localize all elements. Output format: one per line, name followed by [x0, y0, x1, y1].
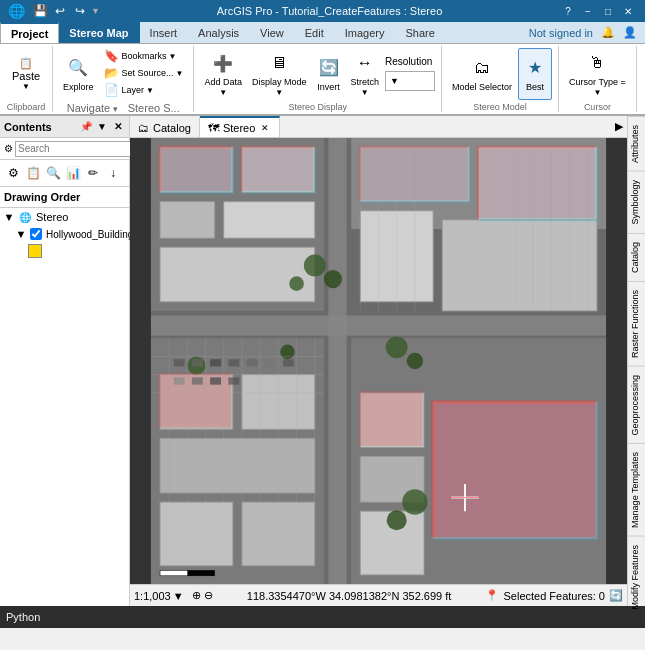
display-mode-arrow[interactable]: ▼: [275, 88, 283, 97]
stretch-arrow[interactable]: ▼: [361, 88, 369, 97]
arrow-icon[interactable]: ↓: [104, 164, 122, 182]
sidebar-tab-catalog[interactable]: Catalog: [628, 233, 645, 281]
cursor-arrow[interactable]: ▼: [593, 88, 601, 97]
maximize-button[interactable]: □: [599, 2, 617, 20]
sidebar-tab-modify[interactable]: Modify Features: [628, 536, 645, 618]
paste-dropdown[interactable]: ▼: [22, 82, 30, 91]
paste-button[interactable]: 📋 Paste ▼: [6, 48, 46, 100]
invert-label: Invert: [317, 82, 340, 93]
window-controls: ? − □ ✕: [559, 2, 637, 20]
add-data-arrow[interactable]: ▼: [219, 88, 227, 97]
model-selector-button[interactable]: 🗂 Model Selector: [448, 48, 516, 100]
tab-share[interactable]: Share: [395, 22, 445, 43]
pin-icon[interactable]: 📌: [79, 120, 93, 134]
layer-expand-stereo[interactable]: ▼: [4, 211, 14, 223]
invert-button[interactable]: 🔄 Invert: [313, 48, 345, 100]
minimize-button[interactable]: −: [579, 2, 597, 20]
panel-close-icon[interactable]: ✕: [111, 120, 125, 134]
cursor-type-button[interactable]: 🖱 Cursor Type = ▼: [565, 48, 630, 100]
sidebar-tab-raster[interactable]: Raster Functions: [628, 281, 645, 366]
panel-menu-icon[interactable]: ▼: [95, 120, 109, 134]
not-signed-in[interactable]: Not signed in: [529, 27, 593, 39]
layer-item-buildings[interactable]: ▼ Hollywood_Buildings_C...: [0, 226, 129, 242]
scale-selector[interactable]: 1:1,003 ▼: [134, 590, 184, 602]
navigate-expand[interactable]: ▾: [113, 104, 118, 114]
browse-icon[interactable]: 🔍: [44, 164, 62, 182]
clipboard-group: 📋 Paste ▼ Clipboard: [0, 46, 53, 112]
set-source-button[interactable]: 📂 Set Source... ▼: [100, 65, 188, 81]
ribbon-right: Not signed in 🔔 👤: [521, 22, 645, 43]
stretch-button[interactable]: ↔ Stretch ▼: [347, 48, 384, 100]
tab-stereo-map[interactable]: Stereo Map: [59, 22, 139, 43]
dropdown-arrow[interactable]: ▼: [91, 6, 100, 16]
search-input[interactable]: [15, 141, 148, 157]
close-button[interactable]: ✕: [619, 2, 637, 20]
bell-icon[interactable]: 🔔: [601, 26, 615, 39]
scale-value: 1:1,003: [134, 590, 171, 602]
model-selector-icon: 🗂: [470, 56, 494, 80]
best-icon: ★: [523, 56, 547, 80]
help-button[interactable]: ?: [559, 2, 577, 20]
refresh-icon[interactable]: 🔄: [609, 589, 623, 602]
paste-icon: 📋: [19, 57, 33, 70]
clipboard-label: Clipboard: [7, 102, 46, 112]
python-bar: Python: [0, 606, 645, 628]
explore-icon: 🔍: [66, 56, 90, 80]
map-tab-stereo[interactable]: 🗺 Stereo ✕: [200, 116, 280, 137]
svg-rect-65: [244, 149, 317, 195]
search-bar: ⚙ 🔍: [0, 138, 129, 160]
resolution-dropdown[interactable]: ▼: [390, 76, 399, 86]
display-mode-icon: 🖥: [267, 51, 291, 75]
resolution-input[interactable]: ▼: [385, 71, 435, 91]
tab-analysis[interactable]: Analysis: [188, 22, 250, 43]
explore-button[interactable]: 🔍 Explore: [59, 48, 98, 100]
edit-icon[interactable]: ✏: [84, 164, 102, 182]
map-tabs: 🗂 Catalog 🗺 Stereo ✕ ▶: [130, 116, 627, 138]
map-area[interactable]: [130, 138, 627, 584]
stereo-tab-close[interactable]: ✕: [259, 122, 271, 134]
bookmarks-button[interactable]: 🔖 Bookmarks ▼: [100, 48, 188, 64]
stereo-map-svg: [130, 138, 627, 584]
tab-edit[interactable]: Edit: [295, 22, 335, 43]
navigate-label: Navigate ▾ Stereo S...: [67, 102, 180, 114]
model-selector-label: Model Selector: [452, 82, 512, 93]
tab-project[interactable]: Project: [0, 22, 59, 43]
add-data-button[interactable]: ➕ Add Data ▼: [200, 48, 246, 100]
undo-icon[interactable]: ↩: [51, 2, 69, 20]
svg-rect-79: [228, 377, 239, 384]
save-icon[interactable]: 💾: [31, 2, 49, 20]
tab-insert[interactable]: Insert: [140, 22, 189, 43]
map-scroll-right[interactable]: ▶: [611, 116, 627, 137]
map-tab-catalog[interactable]: 🗂 Catalog: [130, 116, 200, 137]
table-icon[interactable]: 📋: [24, 164, 42, 182]
cursor-type-label: Cursor Type =: [569, 77, 626, 88]
layer-button[interactable]: 📄 Layer ▼: [100, 82, 188, 98]
display-mode-button[interactable]: 🖥 Display Mode ▼: [248, 48, 311, 100]
stretch-icon: ↔: [353, 51, 377, 75]
stereo-model-group: 🗂 Model Selector ★ Best Stereo Model: [442, 46, 559, 112]
person-icon[interactable]: 👤: [623, 26, 637, 39]
scale-arrow[interactable]: ▼: [173, 590, 184, 602]
cursor-icon: 🖱: [585, 51, 609, 75]
tab-imagery[interactable]: Imagery: [335, 22, 396, 43]
tab-view[interactable]: View: [250, 22, 295, 43]
invert-icon: 🔄: [317, 56, 341, 80]
tabs-spacer: [446, 22, 521, 43]
layer-item-stereo[interactable]: ▼ 🌐 Stereo: [0, 208, 129, 226]
layer-checkbox-buildings[interactable]: [30, 228, 42, 240]
title-bar: 🌐 💾 ↩ ↪ ▼ ArcGIS Pro - Tutorial_CreateFe…: [0, 0, 645, 22]
chart-icon[interactable]: 📊: [64, 164, 82, 182]
redo-icon[interactable]: ↪: [71, 2, 89, 20]
filter-icon[interactable]: ⚙: [4, 164, 22, 182]
stretch-label: Stretch: [351, 77, 380, 88]
layer-expand-buildings[interactable]: ▼: [16, 228, 26, 240]
resolution-label: Resolution: [385, 56, 432, 67]
best-button[interactable]: ★ Best: [518, 48, 552, 100]
sidebar-tab-symbology[interactable]: Symbology: [628, 171, 645, 233]
svg-rect-72: [228, 359, 239, 366]
sidebar-tab-attributes[interactable]: Attributes: [628, 116, 645, 171]
window-title: ArcGIS Pro - Tutorial_CreateFeatures : S…: [100, 5, 559, 17]
sidebar-tab-geoprocessing[interactable]: Geoprocessing: [628, 366, 645, 444]
sidebar-tab-templates[interactable]: Manage Templates: [628, 443, 645, 536]
nav-icons[interactable]: ⊕ ⊖: [192, 589, 213, 602]
